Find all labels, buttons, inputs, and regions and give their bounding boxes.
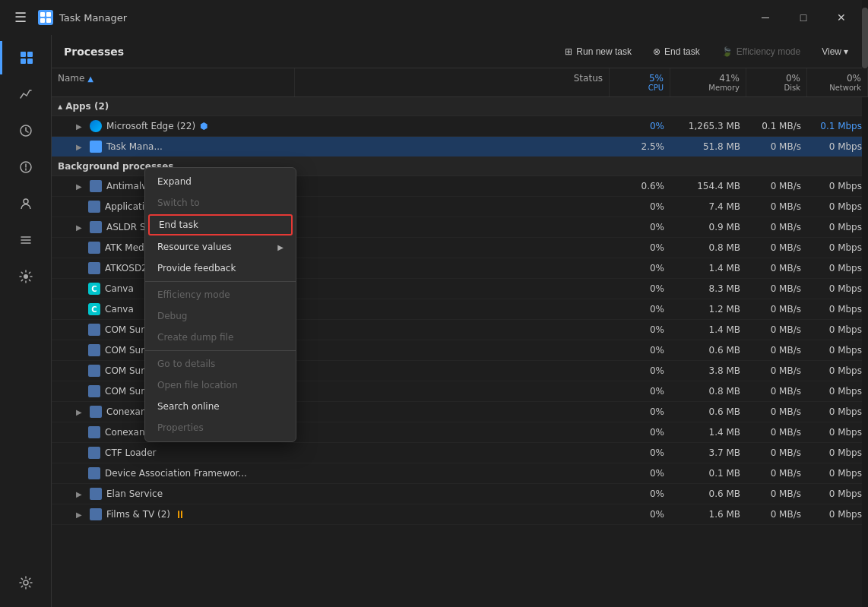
close-button[interactable]: ✕: [824, 6, 859, 29]
hamburger-button[interactable]: ☰: [9, 6, 32, 29]
process-icon: [90, 508, 102, 520]
svg-rect-5: [27, 52, 33, 57]
titlebar: ☰ Task Manager ─ □ ✕: [0, 0, 868, 35]
ctx-divider-1: [145, 281, 296, 282]
view-chevron-icon: ▾: [844, 46, 848, 57]
end-task-button[interactable]: ⊗ End task: [645, 43, 708, 61]
expand-icon: ▶: [76, 511, 85, 519]
svg-rect-2: [40, 18, 45, 23]
process-icon: [90, 221, 102, 233]
svg-rect-6: [21, 58, 26, 64]
edge-icon: [90, 120, 102, 132]
ctx-expand[interactable]: Expand: [145, 171, 296, 192]
col-network[interactable]: 0% Network: [807, 68, 868, 96]
section-apps[interactable]: ▲ Apps (2): [52, 97, 868, 116]
table-row[interactable]: ▶ Microsoft Edge (22) ⬢ 0% 1,265.3 MB 0.…: [52, 116, 868, 137]
col-memory[interactable]: 41% Memory: [670, 68, 746, 96]
app-icon: [38, 10, 53, 25]
table-row[interactable]: ▶ Films & TV (2) ⏸ 0% 1.6 MB 0 MB/s 0 Mb…: [52, 504, 868, 525]
canva-icon: C: [88, 303, 100, 315]
table-row[interactable]: ▶ Elan Service 0% 0.6 MB 0 MB/s 0 Mbps: [52, 484, 868, 504]
table-row[interactable]: Device Association Framewor... 0% 0.1 MB…: [52, 463, 868, 484]
table-row[interactable]: ▶ Task Mana... 2.5% 51.8 MB 0 MB/s 0 Mbp…: [52, 137, 868, 157]
process-icon: [88, 242, 100, 254]
sort-arrow-icon: ▲: [87, 74, 93, 83]
cpu-cell: 2.5%: [610, 138, 670, 156]
canva-icon: C: [88, 283, 100, 295]
svg-rect-0: [40, 12, 45, 17]
ctx-divider-2: [145, 350, 296, 351]
sidebar-item-services[interactable]: [9, 260, 43, 293]
section-collapse-icon: ▲: [58, 103, 62, 110]
sidebar-item-performance[interactable]: [9, 77, 43, 111]
efficiency-icon: 🍃: [721, 46, 733, 57]
view-button[interactable]: View ▾: [814, 43, 856, 61]
run-new-task-button[interactable]: ⊞ Run new task: [557, 43, 639, 61]
expand-icon: ▶: [76, 182, 85, 191]
ctx-open-file-location: Open file location: [145, 375, 296, 396]
sidebar-item-users[interactable]: [9, 187, 43, 220]
table-row[interactable]: CTF Loader 0% 3.7 MB 0 MB/s 0 Mbps: [52, 443, 868, 463]
svg-rect-3: [46, 18, 51, 23]
window-title: Task Manager: [59, 12, 748, 24]
process-name-cell: ▶ Task Mana...: [52, 137, 295, 156]
ctx-efficiency-mode: Efficiency mode: [145, 284, 296, 305]
submenu-arrow-icon: ▶: [277, 243, 284, 251]
sidebar-item-settings[interactable]: [9, 571, 43, 604]
scrollbar-track[interactable]: [862, 35, 868, 607]
process-icon: [88, 385, 100, 397]
process-icon: [88, 426, 100, 438]
disk-cell: 0 MB/s: [746, 138, 807, 156]
sidebar-item-details[interactable]: [9, 223, 43, 257]
sidebar-item-processes[interactable]: [0, 41, 51, 74]
section-apps-label: ▲ Apps (2): [52, 97, 295, 115]
expand-icon: ▶: [76, 408, 85, 416]
taskmanager-icon: [90, 141, 102, 153]
svg-rect-7: [27, 58, 33, 64]
memory-cell: 51.8 MB: [670, 138, 746, 156]
pause-icon: ⏸: [175, 508, 185, 520]
network-cell: 0 Mbps: [807, 138, 868, 156]
running-badge: ⬢: [200, 121, 207, 131]
process-icon: [88, 201, 100, 213]
toolbar: Processes ⊞ Run new task ⊗ End task 🍃 Ef…: [52, 35, 868, 68]
maximize-button[interactable]: □: [786, 6, 821, 29]
run-task-icon: ⊞: [565, 46, 572, 57]
expand-icon: ▶: [76, 490, 85, 498]
col-name[interactable]: Name ▲: [52, 68, 295, 96]
svg-point-12: [24, 199, 28, 204]
ctx-switch-to: Switch to: [145, 192, 296, 213]
svg-point-17: [24, 580, 28, 585]
ctx-debug: Debug: [145, 305, 296, 327]
col-status[interactable]: Status: [295, 68, 610, 96]
scrollbar-thumb[interactable]: [862, 35, 868, 68]
page-title: Processes: [64, 46, 551, 58]
col-disk[interactable]: 0% Disk: [746, 68, 807, 96]
ctx-go-to-details: Go to details: [145, 353, 296, 375]
sidebar-item-startup[interactable]: [9, 150, 43, 184]
efficiency-mode-button[interactable]: 🍃 Efficiency mode: [714, 43, 809, 61]
col-cpu[interactable]: 5% CPU: [610, 68, 670, 96]
ctx-search-online[interactable]: Search online: [145, 396, 296, 417]
sidebar: [0, 35, 52, 607]
minimize-button[interactable]: ─: [748, 6, 783, 29]
process-icon: [88, 365, 100, 377]
ctx-end-task[interactable]: End task: [148, 214, 293, 236]
ctx-create-dump: Create dump file: [145, 327, 296, 348]
svg-rect-4: [21, 52, 26, 57]
sidebar-item-history[interactable]: [9, 114, 43, 147]
process-icon: [90, 180, 102, 192]
process-icon: [88, 467, 100, 479]
status-cell: [295, 143, 610, 150]
cpu-cell: 0%: [610, 117, 670, 135]
svg-rect-1: [46, 12, 51, 17]
process-icon: [88, 344, 100, 356]
process-icon: [88, 262, 100, 274]
memory-cell: 1,265.3 MB: [670, 117, 746, 135]
window-controls: ─ □ ✕: [748, 6, 859, 29]
ctx-resource-values[interactable]: Resource values ▶: [145, 236, 296, 258]
process-icon: [88, 324, 100, 336]
expand-icon: ▶: [76, 122, 85, 131]
process-name-cell: ▶ Microsoft Edge (22) ⬢: [52, 116, 295, 136]
ctx-provide-feedback[interactable]: Provide feedback: [145, 258, 296, 279]
